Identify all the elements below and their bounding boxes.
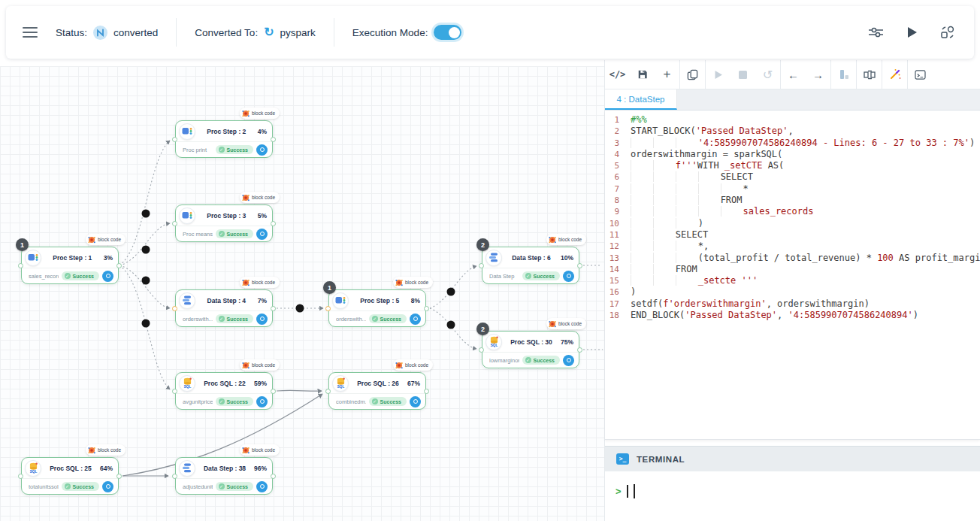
block-code-badge[interactable]: block code (546, 318, 586, 329)
workflow-node-n5[interactable]: block code 1 Proc Step : 5 8% orderswith… (328, 289, 426, 327)
output-connector[interactable] (577, 263, 582, 268)
block-code-icon (242, 359, 250, 372)
node-title: Data Step : 4 (195, 297, 258, 304)
output-connector[interactable] (271, 474, 276, 479)
execution-mode-toggle[interactable] (434, 25, 461, 40)
output-connector[interactable] (577, 347, 582, 353)
output-connector[interactable] (424, 306, 429, 311)
output-connector[interactable] (271, 221, 276, 226)
node-percent: 4% (258, 128, 267, 135)
play-icon-disabled[interactable] (706, 60, 730, 89)
workflow-node-n25[interactable]: block code SQL Proc SQL : 25 64% totalun… (21, 457, 119, 495)
block-code-label: block code (98, 237, 121, 242)
run-all-icon[interactable] (903, 24, 920, 41)
block-code-label: block code (252, 111, 275, 116)
block-code-badge[interactable]: block code (86, 444, 126, 456)
workflow-node-n26[interactable]: block code SQL Proc SQL : 26 67% combine… (328, 372, 426, 410)
magic-wand-icon[interactable] (882, 60, 907, 89)
node-action-button[interactable] (256, 314, 268, 325)
status-label: Status: (56, 27, 87, 38)
block-code-badge[interactable]: block code (240, 108, 280, 119)
input-connector[interactable] (479, 347, 484, 353)
node-dataset-label: adjustedunit... (183, 483, 213, 490)
output-connector[interactable] (424, 389, 429, 394)
block-code-label: block code (98, 447, 121, 453)
arrow-left-icon[interactable]: ← (781, 60, 806, 89)
workflow-node-n4[interactable]: block code Data Step : 4 7% orderswith..… (175, 289, 273, 327)
status-badge: ✓ Success (522, 356, 560, 365)
settings-sliders-icon[interactable] (867, 24, 884, 41)
block-code-badge[interactable]: block code (240, 277, 280, 288)
output-connector[interactable] (271, 137, 276, 142)
code-editor[interactable]: 1#%%2START_BLOCK('Passed DataStep',3 '4:… (605, 111, 980, 440)
node-action-button[interactable] (256, 144, 268, 156)
node-action-button[interactable] (410, 314, 421, 325)
block-code-label: block code (405, 280, 428, 285)
node-action-button[interactable] (102, 271, 113, 282)
workflow-node-n38[interactable]: block code Data Step : 38 96% adjustedun… (175, 457, 273, 495)
arrow-right-icon[interactable]: → (806, 60, 830, 89)
check-icon: ✓ (372, 316, 378, 322)
chart-icon[interactable] (831, 60, 856, 89)
workflow-node-n1[interactable]: block code 1 Proc Step : 1 3% sales_reco… (21, 247, 119, 284)
block-code-badge[interactable]: block code (546, 234, 586, 245)
save-icon[interactable] (630, 60, 655, 89)
workflow-canvas[interactable]: block code 1 Proc Step : 1 3% sales_reco… (0, 66, 604, 521)
input-connector[interactable] (172, 389, 177, 394)
block-code-badge[interactable]: block code (393, 277, 433, 288)
input-connector[interactable] (325, 389, 331, 394)
proc-step-icon (179, 123, 195, 140)
input-connector[interactable] (18, 474, 23, 479)
node-action-button[interactable] (256, 396, 268, 407)
block-code-badge[interactable]: block code (86, 234, 126, 245)
block-code-badge[interactable]: block code (240, 359, 280, 371)
check-icon: ✓ (65, 483, 71, 489)
block-code-label: block code (252, 195, 275, 200)
converted-value: pyspark (280, 27, 316, 38)
code-icon[interactable]: </> (605, 60, 630, 89)
workflow-node-n6[interactable]: block code 2 Data Step : 6 10% Data Step… (482, 247, 579, 284)
block-code-badge[interactable]: block code (393, 359, 433, 371)
input-connector[interactable] (172, 221, 177, 226)
workflow-node-n22[interactable]: block code SQL Proc SQL : 22 59% avgunit… (175, 372, 273, 410)
node-action-button[interactable] (563, 355, 574, 366)
compare-icon[interactable] (857, 60, 882, 89)
node-action-button[interactable] (256, 229, 268, 240)
input-connector[interactable] (325, 306, 331, 311)
node-order-badge: 1 (16, 238, 29, 251)
workflow-node-n2[interactable]: block code Proc Step : 2 4% Proc print ✓… (175, 120, 273, 158)
block-code-badge[interactable]: block code (240, 192, 280, 203)
block-code-badge[interactable]: block code (240, 444, 280, 456)
input-connector[interactable] (172, 137, 177, 142)
block-code-icon (242, 444, 250, 457)
node-action-button[interactable] (102, 481, 113, 492)
workflow-node-n30[interactable]: block code 2 SQL Proc SQL : 30 75% lowma… (482, 331, 579, 368)
node-action-button[interactable] (256, 481, 268, 492)
terminal-body[interactable]: > (605, 471, 980, 498)
node-action-button[interactable] (410, 396, 421, 407)
sql-step-icon: SQL (332, 375, 349, 392)
output-connector[interactable] (116, 474, 122, 479)
input-connector[interactable] (172, 306, 177, 311)
line-number: 4 (605, 149, 631, 160)
terminal-header[interactable]: >_ TERMINAL (605, 446, 980, 471)
node-action-button[interactable] (563, 271, 574, 282)
input-connector[interactable] (479, 263, 484, 268)
plus-icon[interactable]: + (655, 60, 679, 89)
copy-icon[interactable] (680, 60, 705, 89)
reset-icon-disabled[interactable]: ↺ (755, 60, 780, 89)
workflow-node-n3[interactable]: block code Proc Step : 3 5% Proc means ✓… (175, 204, 273, 242)
output-connector[interactable] (271, 306, 276, 311)
execution-group: Execution Mode: (352, 25, 462, 40)
node-order-badge: 1 (323, 281, 336, 294)
output-connector[interactable] (271, 389, 276, 394)
input-connector[interactable] (18, 263, 23, 268)
tab-datastep[interactable]: 4 : DataStep (605, 89, 677, 110)
output-connector[interactable] (116, 263, 122, 268)
input-connector[interactable] (172, 474, 177, 479)
group-layout-icon[interactable] (939, 24, 956, 41)
terminal-panel-icon[interactable] (908, 60, 933, 89)
line-number: 9 (605, 206, 631, 217)
stop-icon-disabled[interactable] (730, 60, 755, 89)
hamburger-menu-icon[interactable] (23, 27, 38, 38)
